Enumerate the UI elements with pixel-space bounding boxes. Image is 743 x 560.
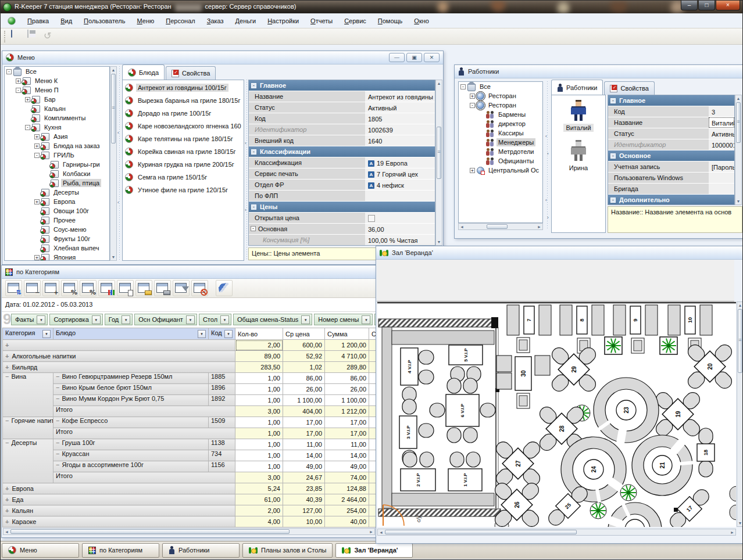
hall-hscrollbar[interactable]: ◄► bbox=[377, 529, 736, 536]
dish-cell[interactable]: −Кофе Еспрессо bbox=[53, 417, 209, 428]
collapse-icon[interactable]: − bbox=[5, 373, 9, 380]
group-cell[interactable]: +Еда bbox=[3, 494, 235, 505]
avg-cell[interactable]: 86,00 bbox=[283, 373, 325, 384]
props-row[interactable]: Код3 bbox=[608, 106, 734, 117]
workers-tree-item[interactable]: +Ресторан bbox=[459, 91, 542, 100]
props-row[interactable]: Код1805 bbox=[249, 113, 435, 124]
menu-tree-item[interactable]: +Меню К bbox=[5, 76, 109, 85]
dish-cell[interactable]: −Круассан bbox=[53, 450, 209, 461]
taskbar-button-по Категориям[interactable]: по Категориям bbox=[82, 543, 159, 558]
table-4 V.I.P[interactable]: 4 V.I.P bbox=[401, 348, 434, 402]
avg-cell[interactable]: 17,00 bbox=[283, 417, 325, 428]
table-24[interactable]: 24 bbox=[561, 437, 626, 502]
expand-icon[interactable]: + bbox=[5, 342, 9, 349]
menu-item-Вид[interactable]: Вид bbox=[55, 15, 78, 27]
chevron-down-icon[interactable]: ▼ bbox=[186, 315, 195, 324]
collapse-icon[interactable]: − bbox=[56, 384, 59, 391]
category-cell[interactable]: −Вина bbox=[3, 373, 53, 417]
group-cell[interactable]: +Бильярд bbox=[3, 362, 235, 373]
dish-cell[interactable]: −Вино Крым белое брют 150мл bbox=[53, 384, 209, 395]
props-row[interactable]: НазваниеАнтрекот из говядины bbox=[249, 91, 435, 102]
expand-icon[interactable]: + bbox=[5, 485, 9, 492]
prop-value[interactable]: Виталий bbox=[709, 117, 734, 128]
qty-cell[interactable]: 283,50 bbox=[235, 362, 283, 373]
workers-tree-item[interactable]: Бармены bbox=[459, 110, 542, 119]
tree-expander-icon[interactable]: + bbox=[470, 94, 475, 99]
taskbar-button-Планы залов и Столы[interactable]: Планы залов и Столы bbox=[242, 543, 333, 558]
sum-cell[interactable]: 17,00 bbox=[325, 428, 369, 439]
tree-expander-icon[interactable]: + bbox=[16, 78, 21, 84]
props-row[interactable]: Отдел ФРA4 нефиск bbox=[249, 180, 435, 191]
props-row[interactable]: Открытая цена bbox=[249, 213, 435, 224]
filter-Общая смена-Status[interactable]: Общая смена-Status▼ bbox=[233, 314, 312, 325]
table-18[interactable]: 18 bbox=[697, 428, 715, 477]
menu-tree-item[interactable]: Фрукты 100г bbox=[5, 234, 109, 243]
sum-cell[interactable]: 254,00 bbox=[325, 505, 369, 516]
prop-value[interactable]: 1640 bbox=[365, 135, 435, 146]
avg-cell[interactable]: 26,00 bbox=[283, 384, 325, 395]
table-2[interactable]: 2 bbox=[608, 502, 662, 527]
code-cell[interactable]: 1156 bbox=[209, 461, 235, 472]
menu-window-titlebar[interactable]: Меню — ▣ ✕ bbox=[2, 51, 443, 64]
expand-icon[interactable]: + bbox=[5, 518, 9, 525]
collapse-icon[interactable]: − bbox=[5, 417, 9, 424]
total-cell[interactable]: Итого bbox=[53, 428, 235, 439]
prop-value[interactable]: A19 Европа bbox=[365, 157, 435, 168]
sum-cell[interactable]: 17,00 bbox=[325, 417, 369, 428]
list-item[interactable]: Вырезка баранья на гриле 180/15г bbox=[123, 94, 244, 107]
prop-value[interactable]: Антрекот из говядины bbox=[365, 91, 435, 102]
tree-expander-icon[interactable]: - bbox=[6, 69, 12, 74]
tree-expander-icon[interactable]: + bbox=[34, 199, 40, 204]
filter-Факты[interactable]: Факты▼ bbox=[11, 314, 48, 325]
avg-cell[interactable]: 1 100,00 bbox=[283, 395, 325, 406]
sum-cell[interactable]: 26,00 bbox=[325, 384, 369, 395]
menu-tree-item[interactable]: Гарниры-гри bbox=[5, 160, 109, 169]
avg-cell[interactable]: 11,00 bbox=[283, 439, 325, 450]
dish-cell[interactable]: −Вино Гевюрцтраминер Резерв 150мл bbox=[53, 373, 209, 384]
stool[interactable] bbox=[631, 338, 644, 353]
workers-tree-item[interactable]: -Все bbox=[459, 82, 542, 91]
tree-expander-icon[interactable]: - bbox=[470, 103, 475, 108]
expand-icon[interactable]: + bbox=[5, 353, 9, 360]
collapse-icon[interactable]: − bbox=[56, 373, 59, 380]
prop-value[interactable]: Активный bbox=[709, 128, 734, 139]
prop-value[interactable]: 1000001 bbox=[709, 139, 734, 150]
list-item[interactable]: Дорадо на гриле 100/15г bbox=[123, 107, 244, 120]
avg-cell[interactable]: 14,00 bbox=[283, 450, 325, 461]
qty-cell[interactable]: 1,00 bbox=[235, 384, 283, 395]
avg-cell[interactable]: 404,00 bbox=[283, 406, 325, 417]
column-header-Категория[interactable]: Категория▼ bbox=[3, 328, 53, 340]
prop-value[interactable]: Активный bbox=[365, 102, 435, 113]
workers-tree-item[interactable]: директор bbox=[459, 119, 542, 128]
report-tool-copy-icon[interactable] bbox=[117, 280, 134, 296]
chevron-down-icon[interactable]: ▼ bbox=[362, 315, 370, 324]
workers-window-titlebar[interactable]: Работники bbox=[455, 65, 743, 78]
collapse-icon[interactable]: - bbox=[251, 204, 256, 210]
props-row[interactable]: СтатусАктивный bbox=[249, 102, 435, 113]
checkbox[interactable] bbox=[368, 215, 375, 222]
menu-item-Отчеты[interactable]: Отчеты bbox=[305, 15, 338, 27]
collapse-icon[interactable]: - bbox=[610, 98, 616, 103]
report-tool-open-icon[interactable] bbox=[135, 280, 152, 296]
qty-cell[interactable]: 4,00 bbox=[235, 516, 283, 527]
menu-tree-item[interactable]: -Кухня bbox=[5, 123, 109, 132]
tree-expander-icon[interactable]: - bbox=[16, 88, 21, 93]
sum-cell[interactable]: 124,88 bbox=[325, 483, 369, 494]
tab-Свойства[interactable]: Свойства bbox=[604, 81, 654, 95]
menu-item-Правка[interactable]: Правка bbox=[22, 15, 55, 27]
list-item[interactable]: Антрекот из говядины 100/15г bbox=[123, 81, 244, 94]
menu-tree-item[interactable]: +Европа bbox=[5, 197, 109, 206]
report-tool-print-icon[interactable] bbox=[154, 280, 171, 296]
code-cell[interactable]: 1138 bbox=[209, 439, 235, 450]
dish-cell[interactable]: −Ягоды в ассортименте 100г bbox=[53, 461, 209, 472]
tab-Блюда[interactable]: Блюда bbox=[122, 64, 165, 80]
tab-Работники[interactable]: Работники bbox=[551, 80, 603, 95]
props-row[interactable]: Внешний код1640 bbox=[249, 135, 435, 146]
menu-tree-item[interactable]: Прочее bbox=[5, 216, 109, 225]
props-row[interactable]: КлассификацияA19 Европа bbox=[249, 157, 435, 168]
collapse-icon[interactable]: − bbox=[56, 450, 59, 457]
dish-props-scrollbar[interactable]: ▲▼ bbox=[435, 80, 442, 246]
menu-tree-item[interactable]: +Блюда на заказ bbox=[5, 141, 109, 150]
sum-cell[interactable]: 289,80 bbox=[325, 362, 369, 373]
prop-value[interactable] bbox=[709, 173, 734, 183]
